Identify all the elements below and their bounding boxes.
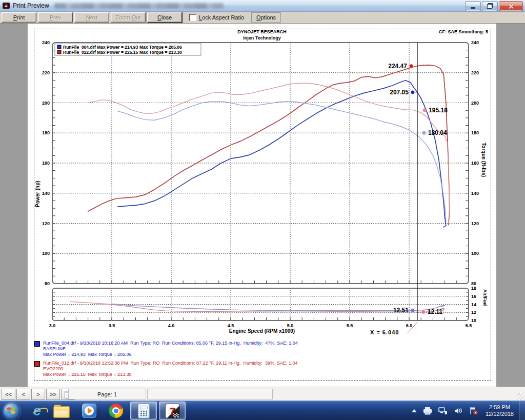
marker-dot — [423, 108, 427, 112]
svg-text:4.0: 4.0 — [168, 323, 175, 328]
dynojet-app-icon — [2, 2, 10, 10]
network-tray-icon[interactable] — [438, 407, 448, 415]
svg-text:16: 16 — [471, 294, 476, 299]
run-info-entry: RunFile_004.drf - 9/10/2018 10:16:20 AM … — [34, 341, 298, 357]
series-RunFile_004 Power — [118, 81, 446, 227]
svg-text:3.5: 3.5 — [109, 323, 115, 328]
svg-text:140: 140 — [471, 191, 479, 196]
checkbox-box[interactable] — [189, 14, 196, 21]
windows-taskbar: e 7 2:59 PM 12/12/2018 — [0, 401, 525, 420]
power-axis-label: Power (hp) — [35, 151, 41, 207]
marker-label: 195.18 — [429, 107, 448, 114]
first-page-button[interactable]: << — [2, 389, 15, 400]
preview-statusbar: << < > >> Page: 1 — [0, 387, 525, 401]
legend-swatch — [57, 50, 61, 54]
svg-text:120: 120 — [42, 221, 50, 226]
svg-text:12: 12 — [471, 310, 476, 315]
marker-label: 207.05 — [390, 89, 409, 96]
marker-label: 180.04 — [428, 129, 447, 136]
printer-tray-icon[interactable] — [423, 407, 432, 415]
minimize-icon — [471, 7, 475, 9]
marker-dot — [410, 64, 413, 68]
legend-text: RunFile_004.drf Max Power = 214.93 — [63, 45, 138, 50]
svg-text:140: 140 — [42, 191, 50, 196]
winpep7-taskbar-button[interactable]: 7 — [159, 402, 186, 420]
marker-dot — [421, 310, 425, 314]
cursor-x-label: X = 6.040 — [370, 329, 399, 335]
svg-text:18: 18 — [471, 286, 476, 291]
svg-text:4.5: 4.5 — [228, 323, 234, 328]
minimize-button[interactable] — [465, 1, 481, 11]
svg-text:200: 200 — [471, 101, 479, 106]
run-color-swatch — [34, 341, 40, 347]
chevron-up-icon — [412, 409, 417, 412]
run-label: EVO2200 — [43, 366, 298, 372]
options-button[interactable]: Options — [251, 12, 281, 23]
svg-text:160: 160 — [42, 161, 50, 166]
statusbar-panel — [147, 389, 273, 399]
close-window-button[interactable] — [499, 1, 523, 11]
clock-time: 2:59 PM — [486, 404, 514, 411]
svg-text:5.0: 5.0 — [287, 323, 294, 328]
winpep7-icon: 7 — [165, 404, 180, 418]
run-details: RunFile_012.drf - 9/10/2018 12:52:38 PM … — [43, 361, 298, 366]
windows-explorer-icon[interactable] — [53, 406, 70, 418]
legend-torque: Max Torque = 205.06 — [139, 45, 182, 50]
lock-aspect-ratio-label: Lock Aspect Ratio — [199, 14, 244, 21]
resize-grip[interactable] — [517, 393, 524, 401]
previous-page-button[interactable]: < — [16, 389, 30, 400]
print-button[interactable]: Print — [2, 12, 36, 23]
svg-text:200: 200 — [42, 101, 50, 106]
svg-text:180: 180 — [42, 130, 50, 135]
marker-label: 12.51 — [393, 307, 409, 314]
svg-text:14: 14 — [471, 302, 476, 307]
show-desktop-button[interactable] — [519, 401, 525, 420]
airfuel-axis-label: Air/Fuel — [482, 289, 488, 322]
print-preview-toolbar: Print Prev Next Zoom Out Close Lock Aspe… — [0, 12, 525, 24]
restore-button[interactable] — [482, 1, 498, 11]
volume-tray-icon[interactable] — [454, 407, 463, 415]
legend-text: RunFile_012.drf Max Power = 225.15 — [63, 50, 138, 55]
svg-text:10: 10 — [471, 318, 476, 323]
svg-text:240: 240 — [471, 40, 479, 45]
window-titlebar[interactable]: Print Preview — [0, 0, 525, 12]
run-info-entry: RunFile_012.drf - 9/10/2018 12:52:38 PM … — [34, 361, 298, 377]
series-RunFile_004 Torque — [118, 102, 446, 222]
prev-button[interactable]: Prev — [38, 12, 73, 23]
marker-label: 224.47 — [388, 63, 407, 70]
window-title: Print Preview — [13, 2, 49, 9]
internet-explorer-icon[interactable]: e — [33, 404, 41, 418]
svg-text:180: 180 — [471, 130, 479, 135]
taskbar-clock[interactable]: 2:59 PM 12/12/2018 — [486, 404, 514, 417]
run-label: BASELINE — [43, 346, 298, 352]
lock-aspect-ratio-checkbox[interactable]: Lock Aspect Ratio — [189, 14, 244, 21]
svg-text:80: 80 — [45, 281, 50, 286]
svg-text:240: 240 — [42, 40, 50, 45]
svg-text:6.5: 6.5 — [466, 323, 472, 328]
marker-label: 12.11 — [428, 308, 443, 315]
svg-text:220: 220 — [471, 70, 479, 75]
last-page-button[interactable]: >> — [46, 389, 60, 400]
svg-text:5.5: 5.5 — [347, 323, 353, 328]
start-button[interactable] — [3, 403, 20, 419]
close-button[interactable]: Close — [147, 12, 182, 23]
next-button[interactable]: Next — [74, 12, 109, 23]
svg-text:3.0: 3.0 — [49, 323, 56, 328]
torque-axis-label: Torque (ft-lbs) — [481, 143, 487, 209]
page-indicator: Page: 1 — [68, 389, 146, 399]
marker-dot — [411, 309, 415, 312]
next-page-button[interactable]: > — [31, 389, 45, 400]
svg-text:6.0: 6.0 — [406, 323, 413, 328]
calculator-icon — [138, 404, 150, 418]
zoom-out-button[interactable]: Zoom Out — [111, 12, 146, 23]
calculator-taskbar-button[interactable] — [130, 402, 157, 420]
run-max-values: Max Power = 225.15 Max Torque = 213.30 — [43, 372, 298, 377]
print-preview-page: DYNOJET RESEARCH Injen Technology CF: SA… — [28, 24, 496, 387]
media-player-icon[interactable] — [82, 404, 96, 418]
chrome-icon[interactable] — [109, 404, 123, 418]
run-details: RunFile_004.drf - 9/10/2018 10:16:20 AM … — [43, 341, 298, 346]
tray-expand-button[interactable] — [412, 409, 417, 412]
action-center-flag-icon[interactable] — [469, 407, 478, 415]
run-color-swatch — [34, 361, 40, 367]
close-icon — [508, 4, 514, 9]
